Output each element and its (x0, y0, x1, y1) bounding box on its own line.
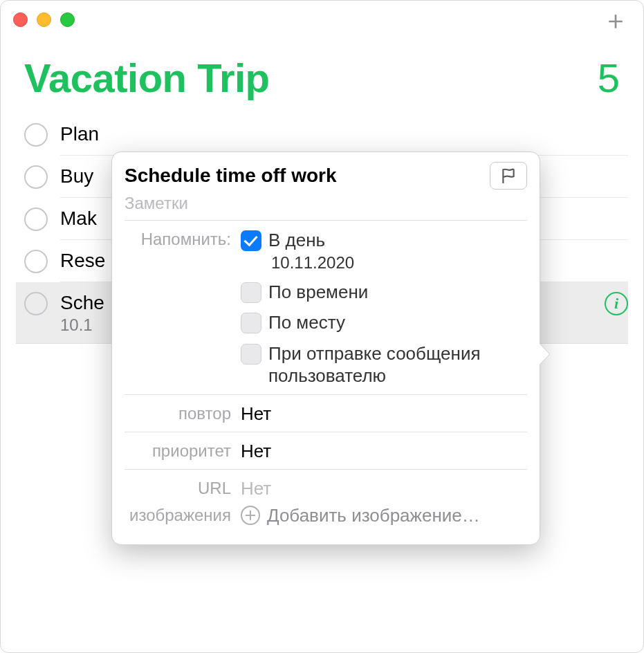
reminder-title: Buy (48, 164, 93, 187)
url-value[interactable]: Нет (241, 477, 527, 499)
reminders-window: Vacation Trip 5 Plan Buy Mak Rese Sche 1… (0, 0, 644, 653)
list-header: Vacation Trip 5 (1, 38, 643, 113)
images-row: изображения Добавить изображение… (125, 502, 527, 533)
reminder-title: Sche (48, 291, 104, 314)
remind-on-message-option[interactable]: При отправке сообщения пользователю (241, 342, 527, 387)
zoom-window-button[interactable] (60, 12, 75, 27)
popover-title[interactable]: Schedule time off work (125, 165, 337, 187)
repeat-value: Нет (241, 402, 527, 425)
by-location-label: По месту (268, 311, 345, 334)
checkbox-unchecked[interactable] (241, 344, 261, 365)
traffic-lights (13, 12, 75, 27)
remind-on-day-option[interactable]: В день 10.11.2020 (241, 229, 527, 273)
flag-button[interactable] (490, 162, 527, 190)
on-day-date[interactable]: 10.11.2020 (271, 253, 354, 273)
reminder-date: 10.1 (48, 315, 104, 335)
checkbox-unchecked[interactable] (241, 313, 261, 333)
complete-toggle[interactable] (24, 165, 48, 189)
checkbox-unchecked[interactable] (241, 282, 261, 303)
on-day-label: В день (268, 229, 354, 252)
images-value: Добавить изображение… (241, 504, 527, 526)
add-image-button[interactable]: Добавить изображение… (241, 505, 527, 526)
plus-icon (607, 12, 625, 30)
complete-toggle[interactable] (24, 292, 48, 315)
popover-header: Schedule time off work (125, 162, 527, 190)
remind-label: Напомнить: (125, 228, 241, 390)
remind-by-time-option[interactable]: По времени (241, 281, 527, 304)
info-icon: i (614, 295, 618, 313)
plus-circle-icon (241, 506, 260, 525)
list-title: Vacation Trip (24, 55, 270, 101)
complete-toggle[interactable] (24, 250, 48, 273)
complete-toggle[interactable] (24, 123, 48, 147)
complete-toggle[interactable] (24, 208, 48, 231)
reminder-title: Plan (48, 122, 99, 145)
by-time-label: По времени (268, 281, 368, 304)
checkbox-checked[interactable] (241, 230, 261, 251)
list-count: 5 (598, 55, 620, 101)
priority-label: приоритет (125, 439, 241, 462)
notes-field[interactable]: Заметки (125, 192, 527, 221)
reminder-row[interactable]: Plan (60, 113, 628, 156)
priority-value: Нет (241, 439, 527, 462)
url-row[interactable]: URL Нет (125, 470, 527, 502)
remind-by-location-option[interactable]: По месту (241, 311, 527, 334)
add-image-label: Добавить изображение… (267, 505, 480, 526)
url-label: URL (125, 477, 241, 499)
remind-section: Напомнить: В день 10.11.2020 По времени … (125, 221, 527, 395)
remind-options: В день 10.11.2020 По времени По месту Пр… (241, 228, 527, 390)
reminder-title: Rese (48, 248, 105, 272)
titlebar (1, 1, 643, 38)
repeat-label: повтор (125, 402, 241, 425)
close-window-button[interactable] (13, 12, 28, 27)
on-message-label: При отправке сообщения пользователю (268, 342, 527, 387)
add-reminder-button[interactable] (603, 9, 628, 34)
reminder-title: Mak (48, 206, 97, 230)
minimize-window-button[interactable] (37, 12, 51, 27)
reminder-details-popover: Schedule time off work Заметки Напомнить… (111, 151, 540, 545)
info-button[interactable]: i (605, 292, 628, 315)
images-label: изображения (125, 504, 241, 526)
flag-icon (501, 167, 516, 184)
repeat-row[interactable]: повтор Нет (125, 395, 527, 432)
priority-row[interactable]: приоритет Нет (125, 432, 527, 470)
